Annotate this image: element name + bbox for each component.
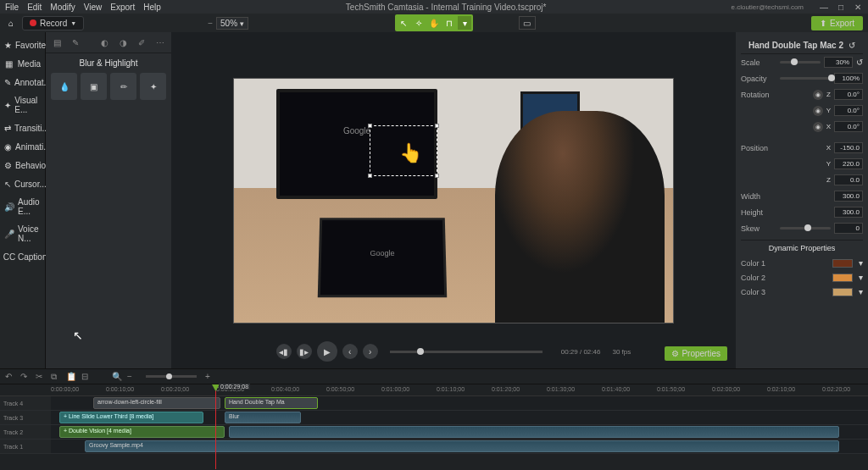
width-value[interactable]: 300.0 — [834, 191, 863, 202]
zoom-out-icon[interactable]: − — [208, 19, 213, 28]
export-button[interactable]: ⬆ Export — [811, 16, 863, 30]
zoom-out-timeline-icon[interactable]: − — [127, 372, 137, 382]
skew-slider[interactable] — [780, 227, 831, 229]
sidebar-item-6[interactable]: ⚙Behavio... — [0, 156, 45, 174]
track-header[interactable]: Track 3 — [0, 411, 51, 424]
sidebar-item-1[interactable]: ▦Media — [0, 54, 45, 73]
height-value[interactable]: 300.0 — [834, 207, 863, 218]
zoom-in-timeline-icon[interactable]: + — [205, 372, 215, 382]
timeline-zoom-slider[interactable] — [146, 375, 197, 378]
redo-icon[interactable]: ↷ — [20, 372, 31, 382]
menu-view[interactable]: View — [84, 3, 103, 12]
cut-icon[interactable]: ✂ — [36, 372, 46, 382]
color-menu-icon[interactable]: ▾ — [859, 273, 863, 282]
home-icon[interactable]: ⌂ — [5, 17, 17, 29]
highlight-tool[interactable]: ▣ — [81, 73, 107, 100]
menu-modify[interactable]: Modify — [50, 3, 75, 12]
pan-tool-icon[interactable]: ✋ — [427, 16, 441, 30]
sidebar-item-7[interactable]: ↖Cursor... — [0, 174, 45, 193]
color-menu-icon[interactable]: ▾ — [859, 258, 863, 268]
scale-value[interactable]: 30% — [824, 57, 853, 68]
rotation-z-value[interactable]: 0.0° — [834, 89, 863, 100]
rotate-z-dial[interactable]: ◉ — [813, 90, 823, 100]
sidebar-item-4[interactable]: ⇄Transiti... — [0, 119, 45, 137]
rotation-x-value[interactable]: 0.0° — [834, 121, 863, 132]
droplet-icon[interactable]: ◐ — [97, 36, 112, 49]
close-icon[interactable]: ✕ — [853, 3, 863, 12]
playhead[interactable]: 0:00:29;08 — [215, 384, 216, 469]
blur-tool[interactable]: 💧 — [51, 73, 77, 100]
bin-icon[interactable]: ▤ — [49, 36, 64, 49]
minimize-icon[interactable]: — — [819, 3, 829, 12]
timeline-clip[interactable]: arrow-down-left-circle-fill — [93, 397, 220, 409]
eyedropper-icon[interactable]: ✎ — [68, 36, 83, 49]
prev-marker-button[interactable]: ◂▮ — [276, 344, 292, 359]
marker-icon[interactable]: ✐ — [134, 36, 149, 49]
rotate-x-dial[interactable]: ◉ — [813, 122, 823, 132]
crop-tool-icon[interactable]: ✧ — [412, 16, 426, 30]
scale-slider[interactable] — [780, 61, 821, 64]
sidebar-item-5[interactable]: ◉Animati... — [0, 137, 45, 156]
color-swatch-0[interactable] — [832, 259, 853, 268]
color-swatch-2[interactable] — [832, 288, 853, 296]
droplet2-icon[interactable]: ◑ — [115, 36, 131, 49]
undo-icon[interactable]: ↶ — [5, 372, 15, 382]
reset-icon[interactable]: ↺ — [849, 41, 855, 50]
play-button[interactable]: ▶ — [317, 341, 337, 362]
maximize-icon[interactable]: □ — [836, 3, 846, 12]
menu-export[interactable]: Export — [110, 3, 135, 12]
select-tool-icon[interactable]: ↖ — [397, 16, 410, 30]
position-z-value[interactable]: 0.0 — [834, 174, 863, 185]
rotate-y-dial[interactable]: ◉ — [813, 106, 823, 116]
reset-scale-icon[interactable]: ↺ — [856, 58, 863, 67]
hand-tap-annotation[interactable]: 👆 — [399, 142, 422, 164]
zoom-select[interactable]: 50% ▾ — [216, 17, 248, 30]
track-body[interactable]: arrow-down-left-circle-fillHand Double T… — [51, 396, 868, 410]
playback-scrubber[interactable] — [390, 351, 542, 353]
timeline-clip[interactable]: Groovy Sample.mp4 — [85, 440, 839, 452]
split-icon[interactable]: ⊟ — [81, 372, 92, 382]
track-body[interactable]: + Double Vision [4 media] — [51, 425, 868, 439]
sidebar-item-9[interactable]: 🎤Voice N... — [0, 220, 45, 247]
sidebar-item-8[interactable]: 🔊Audio E... — [0, 193, 45, 220]
timeline-ruler[interactable]: 0:00:29;08 0:00:00;000:00:10;000:00:20;0… — [0, 384, 868, 396]
sidebar-item-2[interactable]: ✎Annotat... — [0, 73, 45, 91]
color-menu-icon[interactable]: ▾ — [859, 287, 863, 296]
position-x-value[interactable]: -150.0 — [834, 142, 863, 153]
timeline-clip[interactable] — [229, 426, 839, 438]
more-tools-icon[interactable]: ▾ — [458, 16, 471, 30]
opacity-value[interactable]: 100% — [834, 73, 863, 84]
menu-edit[interactable]: Edit — [27, 3, 42, 12]
skew-value[interactable]: 0 — [834, 223, 863, 234]
sidebar-item-0[interactable]: ★Favorites — [0, 36, 45, 54]
rotation-y-value[interactable]: 0.0° — [834, 105, 863, 116]
preview-canvas[interactable]: 👆 — [233, 78, 674, 323]
timeline-clip[interactable]: Blur — [225, 412, 301, 423]
detach-canvas-icon[interactable]: ▭ — [519, 16, 536, 30]
timeline-clip[interactable]: Hand Double Tap Ma — [225, 397, 318, 409]
timeline-clip[interactable]: + Line Slide Lower Third [8 media] — [59, 412, 203, 423]
menu-help[interactable]: Help — [143, 3, 161, 12]
step-back-button[interactable]: ▮▸ — [297, 344, 312, 359]
sidebar-item-3[interactable]: ✦Visual E... — [0, 91, 45, 119]
record-button[interactable]: Record ▼ — [22, 16, 84, 30]
copy-icon[interactable]: ⧉ — [51, 372, 61, 382]
properties-button[interactable]: ⚙ Properties — [665, 346, 727, 361]
position-y-value[interactable]: 220.0 — [834, 158, 863, 169]
user-account[interactable]: e.cloutier@techsmi.com — [732, 3, 804, 11]
zoom-fit-icon[interactable]: 🔍 — [112, 372, 122, 382]
track-header[interactable]: Track 1 — [0, 440, 51, 453]
prev-clip-button[interactable]: ‹ — [342, 344, 358, 359]
track-header[interactable]: Track 4 — [0, 396, 51, 410]
track-header[interactable]: Track 2 — [0, 425, 51, 439]
more-icon[interactable]: ⋯ — [153, 36, 168, 49]
track-body[interactable]: Groovy Sample.mp4 — [51, 440, 868, 453]
menu-file[interactable]: File — [5, 3, 19, 12]
track-body[interactable]: + Line Slide Lower Third [8 media]Blur — [51, 411, 868, 424]
color-swatch-1[interactable] — [832, 274, 853, 282]
next-clip-button[interactable]: › — [363, 344, 378, 359]
timeline-clip[interactable]: + Double Vision [4 media] — [59, 426, 225, 438]
pencil-tool[interactable]: ✏ — [110, 73, 136, 100]
spotlight-tool[interactable]: ✦ — [140, 73, 166, 100]
opacity-slider[interactable] — [780, 77, 831, 80]
